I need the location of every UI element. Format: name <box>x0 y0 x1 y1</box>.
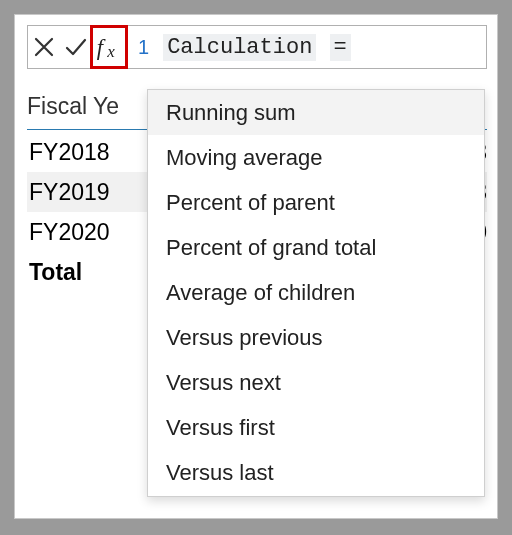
formula-expression-name: Calculation <box>163 34 316 61</box>
dropdown-item-label: Average of children <box>166 280 355 306</box>
calculation-dropdown: Running sum Moving average Percent of pa… <box>147 89 485 497</box>
dropdown-item-label: Versus last <box>166 460 274 486</box>
cancel-button[interactable] <box>28 35 60 59</box>
dropdown-item-label: Running sum <box>166 100 296 126</box>
dropdown-item-label: Versus previous <box>166 325 323 351</box>
dropdown-item-versus-next[interactable]: Versus next <box>148 360 484 405</box>
formula-line-number: 1 <box>138 36 149 59</box>
dropdown-item-versus-previous[interactable]: Versus previous <box>148 315 484 360</box>
formula-expression-eq: = <box>330 34 351 61</box>
dropdown-item-versus-last[interactable]: Versus last <box>148 450 484 495</box>
app-window: f x 1 Calculation = Fiscal Ye FY2018 8 F… <box>14 14 498 519</box>
dropdown-item-percent-of-grand-total[interactable]: Percent of grand total <box>148 225 484 270</box>
dropdown-item-running-sum[interactable]: Running sum <box>148 90 484 135</box>
dropdown-item-moving-average[interactable]: Moving average <box>148 135 484 180</box>
dropdown-item-label: Percent of parent <box>166 190 335 216</box>
close-icon <box>32 35 56 59</box>
fx-button[interactable]: f x <box>92 29 126 65</box>
dropdown-item-average-of-children[interactable]: Average of children <box>148 270 484 315</box>
svg-text:f: f <box>97 35 106 60</box>
dropdown-item-percent-of-parent[interactable]: Percent of parent <box>148 180 484 225</box>
dropdown-item-label: Versus first <box>166 415 275 441</box>
formula-bar: f x 1 Calculation = <box>27 25 487 69</box>
check-icon <box>64 35 88 59</box>
accept-button[interactable] <box>60 35 92 59</box>
dropdown-item-label: Moving average <box>166 145 323 171</box>
dropdown-item-versus-first[interactable]: Versus first <box>148 405 484 450</box>
dropdown-item-label: Versus next <box>166 370 281 396</box>
formula-expression[interactable]: Calculation = <box>163 35 351 60</box>
fx-icon: f x <box>94 32 124 62</box>
dropdown-item-label: Percent of grand total <box>166 235 376 261</box>
svg-text:x: x <box>106 42 115 61</box>
